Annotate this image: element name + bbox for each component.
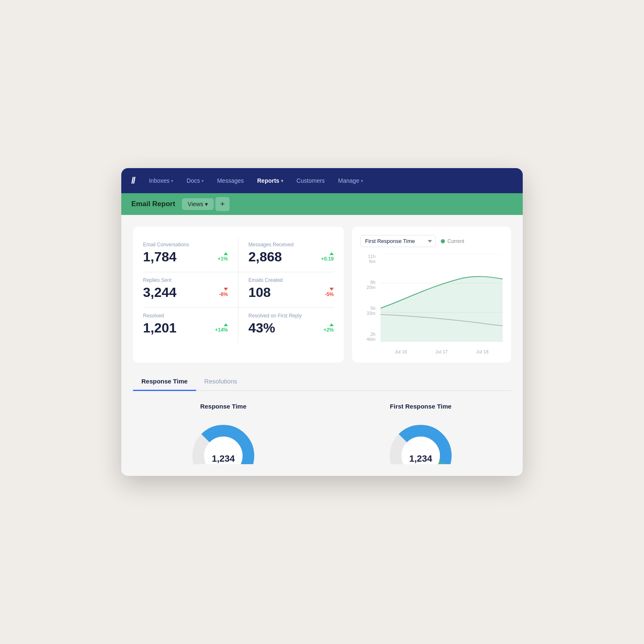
stat-change-down: -6% — [219, 288, 228, 299]
nav-item-reports[interactable]: Reports ▾ — [251, 174, 289, 187]
main-content: Email Conversations 1,784 +1% Messages R… — [121, 215, 523, 476]
chevron-down-icon: ▾ — [171, 179, 173, 183]
stats-panel: Email Conversations 1,784 +1% Messages R… — [133, 227, 344, 363]
stats-grid: Email Conversations 1,784 +1% Messages R… — [143, 237, 334, 343]
nav-item-docs[interactable]: Docs ▾ — [181, 174, 210, 187]
logo: // — [131, 175, 135, 186]
stat-change-up: +14% — [215, 323, 228, 335]
app-window: // Inboxes ▾ Docs ▾ Messages Reports ▾ C… — [121, 168, 523, 476]
arrow-up-icon — [224, 323, 228, 326]
chevron-down-icon: ▾ — [202, 179, 204, 183]
page-title: Email Report — [131, 200, 175, 208]
chart-y-labels: 11h 6m 8h 20m 5h 33m 2h 46m — [360, 254, 378, 342]
legend-dot-icon — [441, 239, 445, 243]
views-button[interactable]: Views ▾ — [182, 198, 214, 210]
chart-svg — [381, 254, 503, 342]
add-view-button[interactable]: + — [215, 197, 230, 211]
stat-emails-created: Emails Created 108 -5% — [238, 272, 334, 308]
donut-response-time: Response Time 1,234 — [133, 403, 314, 464]
stat-change-up: +2% — [324, 323, 334, 335]
donuts-row: Response Time 1,234 — [133, 403, 511, 476]
tabs-row: Response Time Resolutions — [133, 373, 511, 391]
navbar: // Inboxes ▾ Docs ▾ Messages Reports ▾ C… — [121, 168, 523, 193]
stat-resolved-first-reply: Resolved on First Reply 43% +2% — [238, 308, 334, 343]
nav-item-manage[interactable]: Manage ▾ — [332, 174, 369, 187]
donut-chart-2: 1,234 — [383, 418, 458, 464]
nav-item-customers[interactable]: Customers — [291, 174, 331, 187]
chart-panel: First Response Time Current 11h 6m 8h 20… — [352, 227, 511, 363]
donut-first-response-time: First Response Time — [330, 403, 511, 464]
chevron-down-icon: ▾ — [205, 201, 208, 207]
nav-item-inboxes[interactable]: Inboxes ▾ — [143, 174, 179, 187]
subnav: Email Report Views ▾ + — [121, 193, 523, 215]
donut-chart-1: 1,234 — [186, 418, 261, 464]
chart-metric-select[interactable]: First Response Time — [360, 235, 436, 247]
stat-replies-sent: Replies Sent 3,244 -6% — [143, 272, 238, 308]
chart-legend: Current — [441, 238, 464, 244]
tab-response-time[interactable]: Response Time — [133, 373, 196, 391]
chevron-down-icon: ▾ — [361, 179, 363, 183]
stat-resolved: Resolved 1,201 +14% — [143, 308, 238, 343]
stats-chart-row: Email Conversations 1,784 +1% Messages R… — [133, 227, 511, 363]
stat-change-down: -5% — [325, 288, 334, 299]
arrow-up-icon — [224, 252, 228, 255]
chart-x-labels: Jul 16 Jul 17 Jul 18 — [381, 349, 503, 354]
arrow-up-icon — [330, 252, 334, 255]
stat-change-up: +1% — [218, 252, 228, 263]
chart-header: First Response Time Current — [360, 235, 503, 247]
tab-resolutions[interactable]: Resolutions — [196, 373, 245, 391]
chart-area: 11h 6m 8h 20m 5h 33m 2h 46m — [360, 254, 503, 354]
arrow-down-icon — [330, 288, 334, 291]
arrow-down-icon — [224, 288, 228, 291]
arrow-up-icon — [330, 323, 334, 326]
stat-change-up: +0.19 — [321, 252, 334, 263]
nav-item-messages[interactable]: Messages — [211, 174, 250, 187]
chevron-down-icon: ▾ — [281, 179, 283, 183]
stat-email-conversations: Email Conversations 1,784 +1% — [143, 237, 238, 272]
stat-messages-received: Messages Received 2,868 +0.19 — [238, 237, 334, 272]
